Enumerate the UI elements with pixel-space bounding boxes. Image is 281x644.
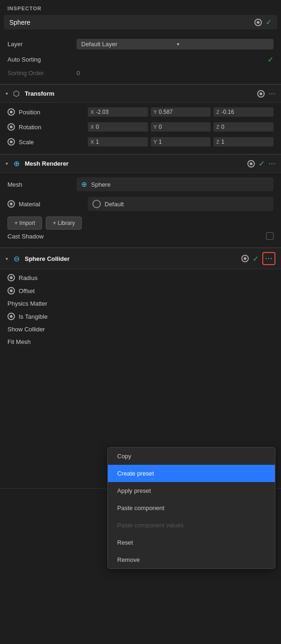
sphere-collider-check-icon[interactable]: ✓ — [253, 254, 259, 263]
scale-y-input[interactable] — [159, 139, 177, 145]
position-label: Position — [19, 109, 84, 116]
rotation-radio[interactable] — [7, 123, 15, 131]
radius-label: Radius — [19, 274, 84, 281]
menu-item-copy[interactable]: Copy — [108, 448, 275, 465]
radius-radio[interactable] — [7, 274, 15, 281]
sorting-order-label: Sorting Order — [7, 70, 73, 77]
menu-item-remove[interactable]: Remove — [108, 551, 275, 568]
sphere-collider-radio[interactable] — [241, 255, 249, 262]
mesh-field[interactable]: ⊕ Sphere — [77, 177, 274, 191]
scale-z-label: Z — [216, 139, 219, 145]
object-radio[interactable] — [254, 19, 262, 26]
show-collider-row: Show Collider — [7, 323, 274, 336]
offset-label: Offset — [19, 287, 84, 294]
mesh-renderer-chevron-icon[interactable]: ▾ — [6, 161, 8, 166]
scale-y-label: Y — [154, 139, 157, 145]
scale-x-input[interactable] — [96, 139, 114, 145]
position-y-input[interactable] — [159, 109, 177, 115]
rotation-x-label: X — [91, 124, 94, 130]
menu-item-apply-preset[interactable]: Apply preset — [108, 482, 275, 499]
scale-radio[interactable] — [7, 138, 15, 146]
sphere-collider-actions: ✓ ··· — [241, 252, 275, 265]
sorting-order-row: Sorting Order 0 — [7, 67, 274, 79]
mesh-globe-icon: ⊕ — [81, 180, 87, 189]
dropdown-arrow-icon: ▾ — [177, 42, 269, 47]
position-x-input[interactable] — [96, 109, 114, 115]
rotation-x-field: X — [88, 122, 148, 132]
mesh-value: Sphere — [91, 181, 111, 188]
sphere-collider-icon: ⊖ — [12, 254, 21, 263]
transform-radio[interactable] — [257, 90, 265, 98]
menu-item-create-preset[interactable]: Create preset — [108, 465, 275, 482]
mesh-renderer-radio[interactable] — [247, 160, 255, 168]
menu-item-reset[interactable]: Reset — [108, 534, 275, 551]
mesh-renderer-actions: ✓ ··· — [247, 159, 275, 168]
position-fields: X Y Z — [88, 107, 274, 117]
layer-label: Layer — [7, 41, 73, 48]
menu-item-paste-component[interactable]: Paste component — [108, 499, 275, 517]
mesh-renderer-title: Mesh Renderer — [25, 160, 244, 167]
transform-title: Transform — [25, 90, 253, 97]
material-field[interactable]: Default — [88, 197, 274, 211]
sphere-collider-component-header: ▾ ⊖ Sphere Collider ✓ ··· — [0, 248, 281, 269]
mesh-row: Mesh ⊕ Sphere — [7, 175, 274, 194]
object-name-row: ✓ — [4, 15, 277, 29]
context-menu: Copy Create preset Apply preset Paste co… — [107, 447, 275, 569]
mesh-renderer-check-icon[interactable]: ✓ — [259, 159, 265, 168]
scale-row: Scale X Y Z — [7, 134, 274, 149]
rotation-label: Rotation — [19, 124, 84, 131]
position-x-label: X — [91, 109, 94, 115]
layer-dropdown[interactable]: Default Layer ▾ — [77, 39, 274, 49]
cast-shadow-checkbox[interactable] — [266, 232, 274, 240]
material-row: Material Default — [7, 194, 274, 214]
cast-shadow-row: Cast Shadow — [7, 230, 274, 243]
sphere-collider-more-button[interactable]: ··· — [262, 252, 275, 265]
rotation-x-input[interactable] — [96, 124, 114, 130]
position-radio[interactable] — [7, 108, 15, 116]
transform-actions: ··· — [257, 89, 275, 98]
rotation-fields: X Y Z — [88, 122, 274, 132]
material-radio[interactable] — [7, 200, 15, 208]
position-x-field: X — [88, 107, 148, 117]
physics-matter-label: Physics Matter — [7, 300, 73, 307]
transform-chevron-icon[interactable]: ▾ — [6, 91, 8, 96]
is-tangible-label: Is Tangible — [19, 313, 84, 320]
auto-sorting-check-icon[interactable]: ✓ — [267, 55, 274, 64]
transform-more-icon[interactable]: ··· — [268, 89, 275, 98]
mesh-renderer-icon: ⊕ — [12, 159, 21, 168]
show-collider-label: Show Collider — [7, 326, 73, 333]
transform-component-header: ▾ ⬡ Transform ··· — [0, 84, 281, 103]
cast-shadow-label: Cast Shadow — [7, 233, 73, 240]
sphere-collider-chevron-icon[interactable]: ▾ — [6, 256, 8, 261]
mesh-renderer-more-icon[interactable]: ··· — [268, 159, 275, 168]
menu-item-paste-component-values: Paste component values — [108, 517, 275, 534]
position-z-field: Z — [213, 107, 274, 117]
mesh-label: Mesh — [7, 181, 73, 188]
radius-row: Radius — [7, 271, 274, 284]
is-tangible-radio[interactable] — [7, 313, 15, 320]
rotation-y-label: Y — [154, 124, 157, 130]
rotation-z-field: Z — [213, 122, 274, 132]
position-row: Position X Y Z — [7, 105, 274, 119]
library-button[interactable]: + Library — [46, 217, 82, 230]
scale-x-label: X — [91, 139, 94, 145]
scale-x-field: X — [88, 137, 148, 147]
fit-mesh-row: Fit Mesh — [7, 336, 274, 348]
rotation-z-input[interactable] — [221, 124, 240, 130]
scale-y-field: Y — [151, 137, 211, 147]
material-circle-icon — [92, 200, 101, 208]
physics-matter-row: Physics Matter — [7, 297, 274, 310]
rotation-y-input[interactable] — [159, 124, 177, 130]
scale-z-input[interactable] — [221, 139, 240, 145]
object-check-icon[interactable]: ✓ — [266, 18, 272, 27]
sphere-collider-title: Sphere Collider — [25, 255, 238, 262]
offset-radio[interactable] — [7, 287, 15, 294]
material-value: Default — [105, 201, 124, 208]
layer-value: Default Layer — [81, 41, 173, 48]
scale-z-field: Z — [213, 137, 274, 147]
object-name-input[interactable] — [9, 19, 251, 26]
import-button[interactable]: + Import — [7, 217, 42, 230]
transform-icon: ⬡ — [12, 89, 21, 98]
position-z-label: Z — [216, 109, 219, 115]
position-z-input[interactable] — [221, 109, 240, 115]
